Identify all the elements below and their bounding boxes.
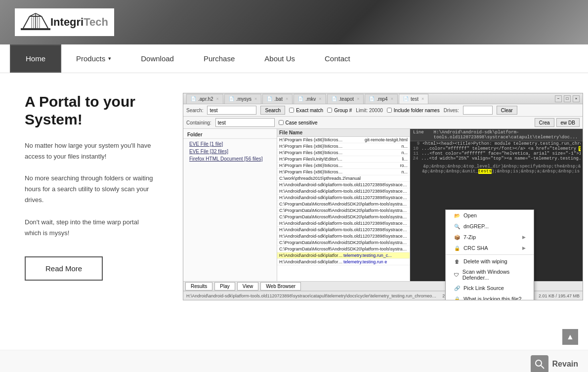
link-icon: 🔗	[454, 285, 461, 291]
chevron-down-icon: ▾	[108, 55, 111, 62]
logo[interactable]: IntegriTech	[15, 8, 114, 36]
case-sensitive-label: Case sensitive	[286, 120, 318, 125]
close-icon[interactable]: ×	[286, 96, 288, 101]
close-icon[interactable]: ×	[216, 96, 219, 101]
nav-about[interactable]: About Us	[250, 44, 310, 73]
search-input[interactable]	[207, 106, 256, 115]
nav-products[interactable]: Products ▾	[61, 44, 126, 73]
minimize-button[interactable]: −	[555, 95, 562, 102]
hero-section: A Portal to your System! No matter how l…	[25, 93, 163, 335]
table-row[interactable]: H:\Android\android-sdk\platform-tools.ol…	[277, 182, 410, 188]
cm-7zip[interactable]: 📦 7-Zip ▶	[446, 232, 534, 243]
new-db-button[interactable]: ew DB	[556, 118, 580, 127]
cm-locking[interactable]: 🔒 What is locking this file?	[446, 293, 534, 300]
file-icon: 📄	[229, 96, 234, 101]
nav-contact[interactable]: Contact	[310, 44, 365, 73]
table-row[interactable]: H:\Program Files (x86)\Microsoft Visual …	[277, 163, 410, 169]
cm-open[interactable]: 📂 Open	[446, 210, 534, 221]
hero-title: A Portal to your System!	[25, 93, 153, 128]
table-row[interactable]: H:\Android\android-sdk\platform-tools.ol…	[277, 259, 410, 265]
fm-tab-apr[interactable]: 📄 .apr.h2 ×	[186, 94, 223, 104]
fm-tab-bat[interactable]: 📄 .bat ×	[262, 94, 293, 104]
table-row[interactable]: H:\Program Files (x86)\Microsoft Visual …	[277, 143, 410, 150]
table-row[interactable]: C:\ProgramData\Microsoft\AndroidSDK20\pl…	[277, 201, 410, 207]
file-icon: 📄	[267, 96, 272, 101]
containing-input[interactable]	[215, 118, 275, 127]
fm-tab-test[interactable]: 📄 test ×	[399, 94, 428, 104]
table-row[interactable]: H:\Android\android-sdk\platform-tools.ol…	[277, 220, 410, 227]
exact-match-checkbox[interactable]	[289, 108, 294, 113]
fm-tab-mkv[interactable]: 📄 .mkv ×	[294, 94, 326, 104]
table-row[interactable]: H:\Android\android-sdk\platform-tools.ol…	[277, 233, 410, 240]
nav-download[interactable]: Download	[126, 44, 189, 73]
cm-dngrep[interactable]: 🔍 dnGREP...	[446, 221, 534, 232]
table-row[interactable]: H:\Program Files (x86)\Microsoft\Git\min…	[277, 137, 410, 143]
table-row[interactable]: H:\Android\android-sdk\platform-tools.ol…	[277, 227, 410, 233]
table-row[interactable]: C:\ProgramData\Microsoft\AndroidSDK20\pl…	[277, 240, 410, 246]
tab-web-browser[interactable]: Web Browser	[260, 282, 301, 290]
tab-play[interactable]: Play	[214, 282, 235, 290]
logo-text: IntegriTech	[50, 16, 108, 29]
case-sensitive-checkbox[interactable]	[279, 120, 284, 125]
table-row[interactable]: C:\ProgramData\Microsoft\AndroidSDK20\pl…	[277, 214, 410, 220]
close-icon[interactable]: ×	[254, 96, 257, 101]
table-row[interactable]: H:\Program Files (x86)\Microsoft Visual …	[277, 150, 410, 156]
fm-tab-teapot[interactable]: 📄 .teapot ×	[327, 94, 364, 104]
search-button[interactable]: Search	[260, 106, 285, 115]
folder-item[interactable]: EVE File [1 file]	[183, 140, 277, 148]
delete-icon: 🗑	[454, 258, 461, 265]
lock-icon: 🔒	[454, 295, 461, 300]
maximize-button[interactable]: □	[564, 95, 571, 102]
tab-view[interactable]: View	[237, 282, 259, 290]
include-folders-checkbox[interactable]	[387, 108, 392, 113]
folder-item[interactable]: Firefox HTML Document [56 files]	[183, 155, 277, 163]
context-menu: 📂 Open 🔍 dnGREP... 📦 7-Zip ▶ 🔒 CRC SHA ▶	[445, 209, 534, 300]
drives-input[interactable]	[463, 106, 493, 115]
fm-folders-panel: Folder EVE File [1 file] EVE File [32 fi…	[183, 129, 277, 289]
create-button[interactable]: Crea	[535, 118, 554, 127]
scroll-top-button[interactable]: ▲	[562, 329, 578, 345]
file-icon: 📄	[403, 96, 409, 101]
table-row[interactable]: H:\Android\android-sdk\platform-tools.ol…	[277, 195, 410, 201]
folder-item[interactable]: EVE File [32 files]	[183, 148, 277, 155]
search-icon	[534, 359, 545, 370]
folder-header: Folder	[183, 131, 277, 139]
table-row[interactable]: H:\Program Files (x86)\Microsoft Visual …	[277, 169, 410, 175]
cm-delete-wiping[interactable]: 🗑 Delete with wiping	[446, 256, 534, 267]
fm-tab-mp4[interactable]: 📄 .mp4 ×	[365, 94, 398, 104]
fm-code-header: Line H:\Android\android-sdk\platform-too…	[410, 129, 583, 141]
cm-scan-defender[interactable]: 🛡 Scan with Windows Defender...	[446, 267, 534, 283]
table-row[interactable]: H:\Android\android-sdk\platform-tools.ol…	[277, 188, 410, 195]
cm-pick-link[interactable]: 🔗 Pick Link Source	[446, 283, 534, 293]
file-icon: 📄	[369, 96, 375, 101]
close-icon[interactable]: ×	[421, 96, 424, 101]
navbar: Home Products ▾ Download Purchase About …	[0, 44, 588, 73]
tab-results[interactable]: Results	[185, 282, 212, 290]
table-row[interactable]: H:\Program Files\Unity\Editor\Data\Tools…	[277, 156, 410, 163]
close-icon[interactable]: ×	[391, 96, 393, 101]
file-manager: 📄 .apr.h2 × 📄 .mysys × 📄 .bat ×	[183, 93, 583, 300]
containing-label: Containing:	[186, 120, 211, 125]
table-row[interactable]: C:\ProgramData\Microsoft\AndroidSDK20\pl…	[277, 246, 410, 252]
table-row-selected[interactable]: H:\Android\android-sdk\platform-tools.ol…	[277, 252, 410, 259]
clear-button[interactable]: Clear	[497, 106, 517, 115]
close-icon[interactable]: ×	[357, 96, 359, 101]
code-line: 9 <html><head><title>Python: module tele…	[410, 141, 583, 146]
close-button[interactable]: ×	[573, 95, 580, 102]
search-label: Search:	[186, 108, 203, 113]
nav-purchase[interactable]: Purchase	[189, 44, 250, 73]
nav-home[interactable]: Home	[10, 44, 61, 73]
cm-crc-sha[interactable]: 🔒 CRC SHA ▶	[446, 243, 534, 253]
fm-tab-mysys[interactable]: 📄 .mysys ×	[224, 94, 261, 104]
file-icon: 📄	[332, 96, 337, 101]
close-icon[interactable]: ×	[319, 96, 321, 101]
drives-label: Drives:	[444, 108, 459, 113]
exact-match-group: Exact match	[289, 108, 323, 113]
files-header: File Name	[277, 129, 410, 137]
table-row[interactable]: C:\ProgramData\Microsoft\AndroidSDK20\pl…	[277, 207, 410, 214]
file-icon: 📄	[298, 96, 303, 101]
table-row[interactable]: C:\work\pthreads2015\pthreads.2\manual	[277, 175, 410, 182]
read-more-button[interactable]: Read More	[25, 256, 103, 281]
group-checkbox[interactable]	[327, 108, 332, 113]
shield-icon: 🛡	[454, 271, 460, 278]
